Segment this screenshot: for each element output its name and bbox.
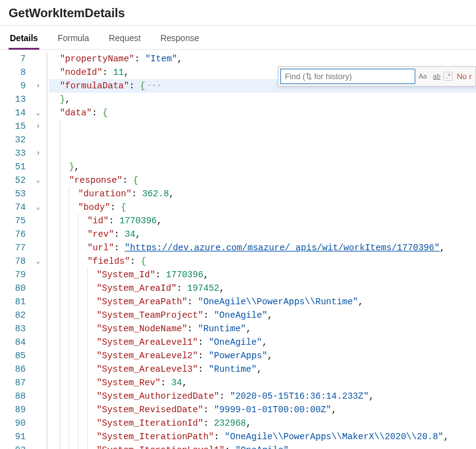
line-number: 88 [0, 390, 26, 403]
line-number: 89 [0, 403, 26, 416]
line-number: 7 [0, 52, 26, 66]
code-line[interactable] [49, 133, 476, 147]
code-line[interactable]: "propertyName": "Item", [49, 52, 476, 66]
line-number: 77 [0, 241, 26, 255]
line-number: 32 [0, 133, 26, 147]
page-title: GetWorkItemDetails [0, 0, 476, 25]
find-bar: Aa ab .* No r [278, 66, 476, 86]
fold-toggle[interactable]: ⌄ [29, 106, 47, 120]
line-number: 90 [0, 416, 26, 430]
code-line[interactable]: "System_IterationId": 232968, [49, 416, 476, 430]
fold-toggle [29, 66, 47, 79]
fold-toggle[interactable]: ⌄ [29, 201, 47, 214]
code-line[interactable]: "System_IterationLevel1": "OneAgile", [49, 443, 476, 449]
code-line[interactable]: "rev": 34, [49, 228, 476, 241]
fold-toggle [29, 416, 47, 430]
line-number: 84 [0, 336, 26, 349]
line-number: 33 [0, 147, 26, 160]
code-line[interactable] [49, 120, 476, 133]
code-line[interactable]: "System_AuthorizedDate": "2020-05-15T16:… [49, 390, 476, 403]
match-case-icon[interactable]: Aa [415, 71, 429, 82]
code-line[interactable]: "id": 1770396, [49, 214, 476, 228]
fold-toggle [29, 349, 47, 363]
line-number: 92 [0, 443, 26, 449]
fold-toggle [29, 282, 47, 295]
fold-toggle [29, 376, 47, 390]
line-number: 82 [0, 309, 26, 322]
tab-request[interactable]: Request [107, 26, 142, 49]
line-number: 76 [0, 228, 26, 241]
regex-icon[interactable]: .* [443, 72, 453, 81]
code-line[interactable]: "data": { [49, 106, 476, 120]
fold-toggle [29, 160, 47, 174]
code-line[interactable]: "System_AreaId": 197452, [49, 282, 476, 295]
code-line[interactable]: "fields": { [49, 255, 476, 268]
code-line[interactable]: "url": "https://dev.azure.com/msazure/_a… [49, 241, 476, 255]
fold-toggle [29, 295, 47, 309]
code-line[interactable]: "duration": 362.8, [49, 187, 476, 201]
fold-toggle [29, 322, 47, 336]
fold-toggle [29, 228, 47, 241]
code-line[interactable]: "System_AreaPath": "OneAgile\\PowerApps\… [49, 295, 476, 309]
code-line[interactable]: "body": { [49, 201, 476, 214]
fold-toggle[interactable]: › [29, 147, 47, 160]
line-number: 79 [0, 268, 26, 282]
line-number: 86 [0, 363, 26, 376]
fold-toggle [29, 309, 47, 322]
fold-toggle [29, 390, 47, 403]
code-line[interactable]: }, [49, 93, 476, 106]
line-number: 75 [0, 214, 26, 228]
line-number: 14 [0, 106, 26, 120]
code-line[interactable]: }, [49, 160, 476, 174]
code-line[interactable] [49, 147, 476, 160]
fold-toggle [29, 241, 47, 255]
code-line[interactable]: "response": { [49, 174, 476, 187]
fold-toggle [29, 133, 47, 147]
line-number: 13 [0, 93, 26, 106]
line-number: 15 [0, 120, 26, 133]
line-number: 83 [0, 322, 26, 336]
line-number: 91 [0, 430, 26, 443]
code-line[interactable]: "System_AreaLevel3": "Runtime", [49, 363, 476, 376]
tab-formula[interactable]: Formula [56, 26, 90, 49]
code-line[interactable]: "System_Id": 1770396, [49, 268, 476, 282]
code-line[interactable]: "System_IterationPath": "OneAgile\\Power… [49, 430, 476, 443]
line-number: 51 [0, 160, 26, 174]
line-number: 85 [0, 349, 26, 363]
fold-toggle [29, 214, 47, 228]
line-number: 81 [0, 295, 26, 309]
code-line[interactable]: "System_AreaLevel2": "PowerApps", [49, 349, 476, 363]
fold-toggle[interactable]: ⌄ [29, 174, 47, 187]
line-number: 9 [0, 79, 26, 93]
find-input[interactable] [280, 69, 415, 84]
code-line[interactable]: "System_AreaLevel1": "OneAgile", [49, 336, 476, 349]
fold-toggle [29, 187, 47, 201]
fold-toggle[interactable]: › [29, 79, 47, 93]
line-number: 74 [0, 201, 26, 214]
line-number: 80 [0, 282, 26, 295]
fold-toggle [29, 430, 47, 443]
line-number: 8 [0, 66, 26, 79]
tab-details[interactable]: Details [9, 26, 39, 49]
fold-toggle [29, 363, 47, 376]
find-status: No r [453, 72, 472, 81]
tabstrip: Details Formula Request Response [0, 26, 476, 50]
tab-response[interactable]: Response [159, 26, 200, 49]
fold-toggle [29, 268, 47, 282]
code-line[interactable]: "System_RevisedDate": "9999-01-01T00:00:… [49, 403, 476, 416]
line-number: 87 [0, 376, 26, 390]
fold-toggle[interactable]: › [29, 120, 47, 133]
line-number: 53 [0, 187, 26, 201]
code-line[interactable]: "System_TeamProject": "OneAgile", [49, 309, 476, 322]
json-editor[interactable]: 7891314153233515253747576777879808182838… [0, 50, 476, 449]
fold-toggle [29, 336, 47, 349]
code-line[interactable]: "System_NodeName": "Runtime", [49, 322, 476, 336]
fold-toggle [29, 93, 47, 106]
fold-toggle [29, 403, 47, 416]
fold-toggle [29, 443, 47, 449]
line-number: 52 [0, 174, 26, 187]
line-number: 78 [0, 255, 26, 268]
code-line[interactable]: "System_Rev": 34, [49, 376, 476, 390]
whole-word-icon[interactable]: ab [430, 71, 443, 82]
fold-toggle[interactable]: ⌄ [29, 255, 47, 268]
